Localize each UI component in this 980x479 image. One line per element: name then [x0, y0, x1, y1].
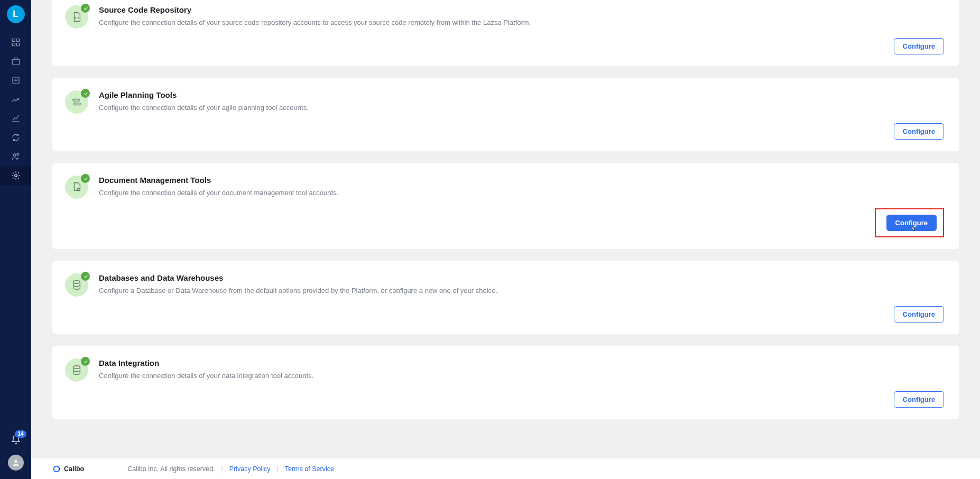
nav-refresh[interactable] — [0, 128, 31, 147]
footer-sep: | — [277, 465, 279, 473]
footer: Calibo Calibo Inc. All rights reserved. … — [31, 458, 980, 479]
refresh-icon — [11, 133, 21, 142]
check-icon — [83, 274, 88, 279]
check-icon — [83, 91, 88, 96]
briefcase-icon — [11, 57, 21, 66]
check-badge — [81, 4, 90, 13]
card-title: Data Integration — [99, 358, 944, 367]
svg-point-14 — [73, 366, 80, 369]
card-icon-badge — [65, 273, 88, 297]
svg-rect-1 — [16, 39, 19, 41]
calibo-logo-icon — [52, 465, 61, 473]
cursor-pointer-icon — [909, 225, 918, 237]
nav-growth[interactable] — [0, 90, 31, 109]
check-badge — [81, 272, 90, 281]
check-icon — [83, 176, 88, 181]
code-file-icon — [71, 11, 82, 23]
card-desc: Configure the connection details of your… — [99, 17, 944, 28]
logo-letter: L — [13, 9, 18, 20]
check-badge — [81, 357, 90, 366]
main-content: Source Code Repository Configure the con… — [31, 0, 980, 479]
gear-icon — [11, 171, 21, 180]
configure-button[interactable]: Configure — [894, 306, 944, 323]
configure-button[interactable]: Configure — [894, 38, 944, 54]
svg-point-9 — [14, 460, 17, 463]
svg-point-8 — [14, 174, 17, 177]
card-document-management: Document Management Tools Configure the … — [52, 163, 959, 249]
svg-rect-0 — [12, 39, 15, 41]
nav-users[interactable] — [0, 147, 31, 166]
notification-count-badge: 14 — [15, 430, 26, 438]
growth-icon — [11, 95, 21, 104]
user-avatar[interactable] — [8, 455, 24, 471]
nav-chart[interactable] — [0, 109, 31, 128]
svg-rect-2 — [12, 43, 15, 46]
nav-dashboard[interactable] — [0, 33, 31, 52]
svg-point-7 — [16, 153, 19, 155]
card-source-code-repo: Source Code Repository Configure the con… — [52, 0, 959, 66]
svg-rect-5 — [13, 77, 19, 84]
footer-brand[interactable]: Calibo — [52, 465, 84, 473]
configure-button[interactable]: Configure — [894, 391, 944, 408]
card-desc: Configure the connection details of your… — [99, 371, 944, 381]
nav-briefcase[interactable] — [0, 52, 31, 71]
card-desc: Configure the connection details of your… — [99, 188, 944, 198]
svg-point-16 — [59, 468, 60, 469]
svg-point-6 — [13, 154, 16, 156]
footer-privacy-link[interactable]: Privacy Policy — [229, 465, 271, 473]
card-data-integration: Data Integration Configure the connectio… — [52, 346, 959, 419]
check-badge — [81, 89, 90, 98]
svg-point-13 — [73, 281, 80, 284]
highlight-annotation: Configure — [875, 208, 944, 237]
check-badge — [81, 174, 90, 183]
footer-terms-link[interactable]: Terms of Service — [285, 465, 334, 473]
card-agile-planning: Agile Planning Tools Configure the conne… — [52, 78, 959, 151]
card-icon-badge — [65, 5, 88, 29]
svg-rect-11 — [74, 103, 81, 105]
svg-rect-3 — [16, 43, 19, 46]
sidebar-nav — [0, 33, 31, 185]
card-icon-badge — [65, 176, 88, 199]
footer-copyright: Calibo Inc. All rights reserved. — [127, 465, 215, 473]
database-icon — [71, 364, 82, 376]
document-gear-icon — [71, 181, 82, 193]
svg-rect-4 — [12, 59, 20, 65]
card-title: Source Code Repository — [99, 5, 944, 14]
card-databases: Databases and Data Warehouses Configure … — [52, 261, 959, 334]
configure-button[interactable]: Configure — [894, 123, 944, 140]
card-title: Databases and Data Warehouses — [99, 273, 944, 282]
notifications-button[interactable]: 14 — [11, 435, 21, 447]
check-icon — [83, 6, 88, 11]
sidebar-bottom: 14 — [0, 435, 31, 479]
check-icon — [83, 359, 88, 364]
nav-doc[interactable] — [0, 71, 31, 90]
footer-brand-text: Calibo — [64, 465, 84, 473]
card-desc: Configure a Database or Data Warehouse f… — [99, 285, 944, 296]
sidebar: L 14 — [0, 0, 31, 479]
document-icon — [11, 76, 21, 85]
chart-icon — [11, 114, 21, 123]
person-icon — [11, 458, 21, 467]
card-icon-badge — [65, 90, 88, 114]
planning-icon — [71, 96, 82, 108]
card-desc: Configure the connection details of your… — [99, 103, 944, 113]
footer-sep: | — [221, 465, 223, 473]
card-title: Agile Planning Tools — [99, 90, 944, 99]
users-icon — [11, 152, 21, 161]
nav-settings[interactable] — [0, 166, 31, 185]
logo-badge[interactable]: L — [7, 5, 25, 23]
card-title: Document Management Tools — [99, 176, 944, 185]
card-icon-badge — [65, 358, 88, 382]
svg-rect-10 — [73, 99, 80, 102]
database-icon — [71, 279, 82, 291]
dashboard-icon — [11, 38, 21, 47]
